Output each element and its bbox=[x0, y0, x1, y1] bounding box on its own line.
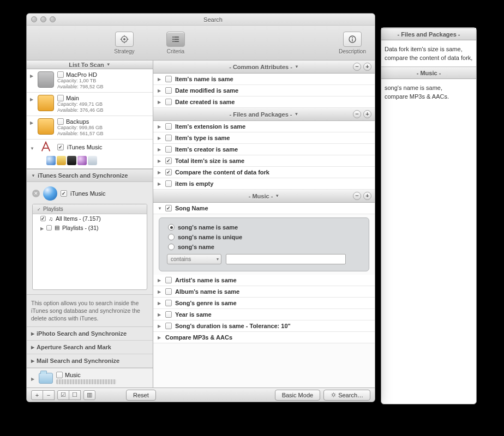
attr-row[interactable]: ▶Date modified is same bbox=[153, 85, 375, 96]
disclosure-icon[interactable]: ▶ bbox=[40, 224, 44, 231]
section-files[interactable]: - Files and Packages - ▼ −+ bbox=[153, 108, 375, 121]
itunes-music-row[interactable]: ▼ iTunes Music bbox=[27, 140, 153, 155]
attr-checkbox[interactable] bbox=[165, 135, 172, 141]
disclosure-icon[interactable]: ▶ bbox=[158, 324, 162, 329]
disclosure-icon[interactable]: ▼ bbox=[158, 206, 162, 211]
columns-button[interactable]: ▥ bbox=[83, 390, 95, 400]
disclosure-icon[interactable]: ▶ bbox=[31, 374, 35, 382]
attr-row[interactable]: ▶Artist's name is same bbox=[153, 275, 375, 286]
category-mail[interactable]: ▶Mail Search and Synchronize bbox=[27, 354, 153, 368]
attr-checkbox[interactable] bbox=[165, 87, 172, 94]
attr-row[interactable]: ▶Album's name is same bbox=[153, 286, 375, 298]
sidebar-header[interactable]: List To Scan ▼ bbox=[27, 60, 153, 69]
collapse-button[interactable]: − bbox=[353, 192, 361, 200]
folder-checkbox[interactable] bbox=[56, 372, 63, 378]
radio-row[interactable]: song's name bbox=[166, 242, 362, 252]
category-itunes[interactable]: ▼iTunes Search and Synchronize bbox=[27, 169, 153, 182]
disclosure-icon[interactable]: ▶ bbox=[30, 95, 34, 102]
check-button[interactable]: ☑ bbox=[57, 390, 69, 400]
attr-checkbox[interactable] bbox=[165, 288, 172, 295]
search-button[interactable]: Search… bbox=[323, 390, 370, 401]
add-item-button[interactable]: + bbox=[31, 390, 43, 400]
close-icon[interactable] bbox=[31, 16, 37, 22]
disclosure-icon[interactable]: ▶ bbox=[158, 88, 162, 93]
attr-row[interactable]: ▶item is empty bbox=[153, 178, 375, 190]
itunes-panel-checkbox[interactable] bbox=[61, 190, 67, 197]
category-aperture[interactable]: ▶Aperture Search and Mark bbox=[27, 341, 153, 354]
disclosure-icon[interactable]: ▶ bbox=[158, 301, 162, 306]
attr-checkbox[interactable] bbox=[165, 146, 172, 153]
section-common[interactable]: - Common Attributes - ▼ −+ bbox=[153, 60, 375, 74]
volume-row[interactable]: ▶ MacPro HD Capacity: 1,00 TB Available:… bbox=[27, 69, 153, 93]
radio-row[interactable]: song's name is same bbox=[166, 222, 362, 232]
attr-checkbox[interactable] bbox=[165, 169, 172, 175]
radio-button[interactable] bbox=[168, 224, 175, 231]
disclosure-icon[interactable]: ▶ bbox=[158, 136, 162, 141]
attr-checkbox[interactable] bbox=[165, 76, 172, 82]
attr-row[interactable]: ▶Year is same bbox=[153, 309, 375, 320]
playlist-checkbox[interactable] bbox=[46, 225, 52, 231]
disclosure-icon[interactable]: ▶ bbox=[158, 77, 162, 82]
attr-row[interactable]: ▶Item's type is same bbox=[153, 132, 375, 144]
add-button[interactable]: + bbox=[363, 192, 371, 200]
attr-row[interactable]: ▶Item's name is same bbox=[153, 74, 375, 85]
attr-checkbox[interactable] bbox=[165, 300, 172, 306]
folder-row[interactable]: ▶ Music bbox=[31, 372, 148, 384]
disclosure-icon[interactable]: ▶ bbox=[158, 335, 162, 340]
attr-checkbox[interactable] bbox=[165, 123, 172, 130]
attr-row[interactable]: ▶Item's extension is same bbox=[153, 121, 375, 132]
disclosure-icon[interactable]: ▶ bbox=[158, 181, 162, 186]
volume-checkbox[interactable] bbox=[57, 118, 64, 125]
remove-item-button[interactable]: − bbox=[43, 390, 55, 400]
volume-checkbox[interactable] bbox=[57, 95, 64, 101]
attr-checkbox[interactable] bbox=[165, 323, 172, 329]
collapse-button[interactable]: − bbox=[353, 63, 361, 71]
attr-checkbox[interactable] bbox=[165, 311, 172, 318]
attr-row[interactable]: ▶Date created is same bbox=[153, 96, 375, 108]
zoom-icon[interactable] bbox=[50, 16, 56, 22]
basic-mode-button[interactable]: Basic Mode bbox=[275, 390, 320, 401]
disclosure-icon[interactable]: ▶ bbox=[158, 159, 162, 164]
toolbar-strategy[interactable]: Strategy bbox=[110, 32, 139, 55]
attr-checkbox[interactable] bbox=[165, 180, 172, 187]
category-iphoto[interactable]: ▶iPhoto Search and Synchronize bbox=[27, 327, 153, 341]
disclosure-icon[interactable]: ▶ bbox=[158, 147, 162, 152]
attr-row[interactable]: ▶Compare the content of data fork bbox=[153, 167, 375, 178]
toolbar-criteria[interactable]: Criteria bbox=[161, 32, 190, 55]
volume-row[interactable]: ▶ Main Capacity: 499,71 GB Available: 37… bbox=[27, 93, 153, 116]
itunes-checkbox[interactable] bbox=[57, 144, 64, 150]
attr-row[interactable]: ▶Song's genre is same bbox=[153, 298, 375, 309]
reset-button[interactable]: Reset bbox=[126, 390, 156, 401]
volume-checkbox[interactable] bbox=[57, 71, 64, 78]
attr-row[interactable]: ▶Total item's size is same bbox=[153, 155, 375, 167]
match-select[interactable]: contains bbox=[167, 254, 221, 264]
disclosure-icon[interactable]: ▶ bbox=[158, 289, 162, 294]
radio-row[interactable]: song's name is unique bbox=[166, 232, 362, 242]
radio-button[interactable] bbox=[168, 234, 175, 240]
attr-row[interactable]: ▶Compare MP3s & AACs bbox=[153, 332, 375, 343]
disclosure-icon[interactable]: ▶ bbox=[30, 71, 34, 78]
attr-song-name[interactable]: ▼Song Name bbox=[153, 203, 375, 214]
radio-button[interactable] bbox=[168, 244, 175, 250]
minimize-icon[interactable] bbox=[40, 16, 46, 22]
attr-checkbox[interactable] bbox=[165, 205, 172, 211]
uncheck-button[interactable]: ☐ bbox=[69, 390, 81, 400]
volume-row[interactable]: ▶ Backups Capacity: 999,86 GB Available:… bbox=[27, 116, 153, 140]
collapse-button[interactable]: − bbox=[353, 110, 361, 118]
playlist-row[interactable]: ♫ All Items - (7.157) bbox=[33, 214, 147, 223]
attr-checkbox[interactable] bbox=[165, 277, 172, 283]
disclosure-icon[interactable]: ▶ bbox=[158, 170, 162, 175]
disclosure-icon[interactable]: ▼ bbox=[30, 144, 34, 151]
disclosure-icon[interactable]: ▶ bbox=[158, 124, 162, 129]
disclosure-icon[interactable]: ▶ bbox=[158, 278, 162, 283]
disclosure-icon[interactable]: ▶ bbox=[30, 118, 34, 125]
disclosure-icon[interactable]: ▶ bbox=[158, 312, 162, 317]
toolbar-description[interactable]: Description bbox=[339, 32, 366, 55]
playlist-row[interactable]: ▶ ▤ Playlists - (31) bbox=[33, 223, 147, 232]
attr-row[interactable]: ▶Item's creator is same bbox=[153, 144, 375, 155]
match-text-input[interactable] bbox=[226, 254, 346, 264]
remove-button[interactable]: ✕ bbox=[32, 190, 40, 197]
disclosure-icon[interactable]: ▶ bbox=[158, 100, 162, 105]
attr-row[interactable]: ▶Song's duration is same - Tolerance: 10… bbox=[153, 320, 375, 332]
add-button[interactable]: + bbox=[363, 110, 371, 118]
